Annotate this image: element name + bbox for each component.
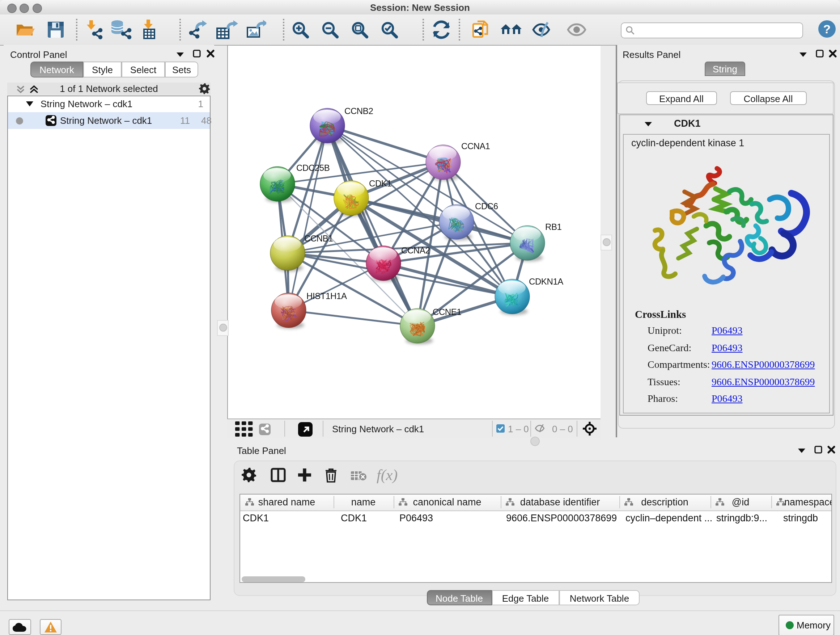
svg-text:CDC25B: CDC25B xyxy=(296,163,330,173)
svg-text:CCNE1: CCNE1 xyxy=(433,307,461,317)
svg-text:HIST1H1A: HIST1H1A xyxy=(306,291,347,301)
svg-text:CCNB1: CCNB1 xyxy=(304,233,333,243)
svg-text:CCNA2: CCNA2 xyxy=(401,245,430,255)
svg-text:?: ? xyxy=(823,22,831,35)
svg-text:CCNA1: CCNA1 xyxy=(461,141,490,151)
svg-text:RB1: RB1 xyxy=(545,222,562,232)
svg-text:CCNB2: CCNB2 xyxy=(344,106,373,116)
svg-text:CDKN1A: CDKN1A xyxy=(529,277,563,287)
svg-text:CDK1: CDK1 xyxy=(369,179,392,188)
svg-text:CDC6: CDC6 xyxy=(475,201,498,211)
